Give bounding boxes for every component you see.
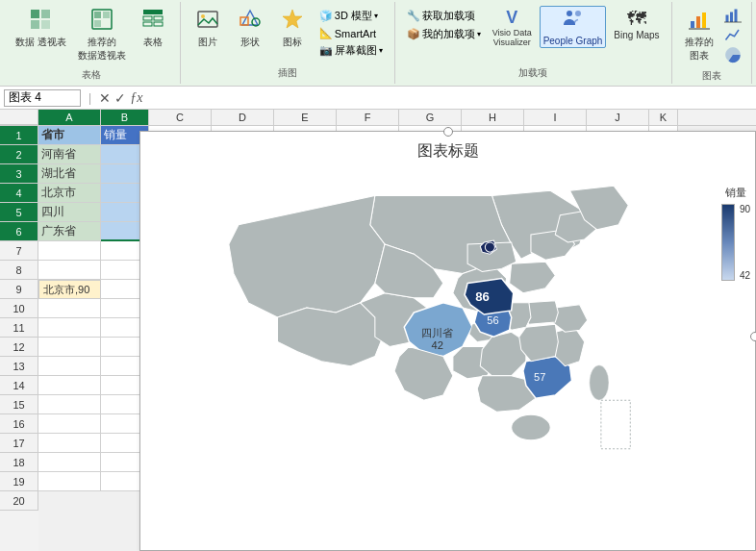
ribbon-group-table: 数据 透视表 推荐的数据透视表 表格 表格	[4, 2, 181, 84]
ribbon-group-illustration: 图片 形状 图标 🧊 3D 模型	[181, 2, 395, 84]
svg-rect-22	[696, 16, 700, 28]
pivot-table-button[interactable]: 数据 透视表	[12, 6, 70, 51]
recommended-charts-button[interactable]: 推荐的图表	[680, 6, 718, 64]
col-header-f[interactable]: F	[337, 110, 399, 125]
row-headers: 1 2 3 4 5 6 7 8 9 10 11 12 13 14 15 16 1…	[0, 126, 38, 551]
visio-button[interactable]: V Visio DataVisualizer	[489, 6, 536, 49]
bing-maps-button[interactable]: 🗺 Bing Maps	[610, 6, 663, 42]
screenshot-button[interactable]: 📷 屏幕截图 ▾	[317, 42, 385, 59]
col-header-c[interactable]: C	[149, 110, 212, 125]
cell-a10[interactable]	[38, 299, 101, 318]
col-header-k[interactable]: K	[649, 110, 678, 125]
cell-a11[interactable]	[38, 318, 101, 338]
line-chart-icon[interactable]	[724, 27, 742, 44]
svg-rect-1	[41, 10, 50, 18]
bar-chart-icon[interactable]	[724, 8, 742, 25]
my-addins-icon: 📦	[407, 28, 420, 40]
cell-a6[interactable]: 广东省	[38, 222, 101, 241]
shapes-button[interactable]: 形状	[231, 6, 269, 51]
row-header-6[interactable]: 6	[0, 222, 38, 241]
col-header-a[interactable]: A	[38, 110, 101, 125]
addins-group-label: 加载项	[518, 63, 547, 80]
screenshot-icon: 📷	[319, 44, 333, 57]
formula-separator: |	[85, 91, 95, 105]
shapes-label: 形状	[240, 36, 260, 49]
spreadsheet: A B C D E F G H I J K 1 2 3 4 5 6 7 8 9 …	[0, 110, 756, 551]
cell-a7[interactable]	[38, 241, 101, 261]
spreadsheet-body: 1 2 3 4 5 6 7 8 9 10 11 12 13 14 15 16 1…	[0, 126, 756, 551]
row-header-12[interactable]: 12	[0, 338, 38, 357]
legend-gradient	[721, 204, 735, 281]
row-header-8[interactable]: 8	[0, 261, 38, 280]
name-box[interactable]	[4, 89, 81, 107]
visio-icon: V	[506, 8, 517, 28]
row-header-3[interactable]: 3	[0, 164, 38, 184]
cell-a1[interactable]: 省市	[38, 126, 101, 145]
row-header-18[interactable]: 18	[0, 453, 38, 472]
cell-a2[interactable]: 河南省	[38, 145, 101, 164]
legend-max: 90	[740, 204, 750, 214]
row-header-11[interactable]: 11	[0, 318, 38, 338]
map-container: 四川省 42	[150, 166, 697, 537]
row-header-10[interactable]: 10	[0, 299, 38, 318]
row-header-19[interactable]: 19	[0, 472, 38, 491]
table-icon	[141, 8, 164, 36]
cell-a4[interactable]: 北京市	[38, 184, 101, 203]
col-header-g[interactable]: G	[399, 110, 462, 125]
get-addins-button[interactable]: 🔧 获取加载项	[405, 8, 483, 24]
row-header-14[interactable]: 14	[0, 376, 38, 395]
3d-model-button[interactable]: 🧊 3D 模型 ▾	[317, 8, 385, 24]
svg-rect-26	[734, 10, 737, 23]
chart-area[interactable]: 图表标题	[139, 131, 756, 551]
svg-point-35	[512, 414, 551, 439]
picture-icon	[196, 8, 219, 36]
pie-chart-icon[interactable]	[724, 46, 742, 63]
svg-rect-11	[143, 22, 152, 26]
cell-a5[interactable]: 四川	[38, 203, 101, 222]
col-header-d[interactable]: D	[212, 110, 274, 125]
row-header-9[interactable]: 9	[0, 280, 38, 299]
3d-model-icon: 🧊	[319, 10, 333, 22]
confirm-formula-icon[interactable]: ✓	[114, 90, 126, 106]
svg-rect-6	[103, 12, 110, 18]
my-addins-button[interactable]: 📦 我的加载项 ▾	[405, 26, 483, 42]
cell-a8[interactable]	[38, 261, 101, 280]
column-headers: A B C D E F G H I J K	[0, 110, 756, 126]
chart-body: 四川省 42	[140, 166, 755, 546]
svg-rect-25	[730, 13, 733, 23]
col-header-j[interactable]: J	[587, 110, 649, 125]
select-all-button[interactable]	[0, 110, 38, 125]
picture-button[interactable]: 图片	[189, 6, 227, 51]
col-header-h[interactable]: H	[462, 110, 524, 125]
row-header-4[interactable]: 4	[0, 184, 38, 203]
chart-drag-handle[interactable]	[443, 127, 453, 137]
row-header-7[interactable]: 7	[0, 241, 38, 261]
people-graph-button[interactable]: People Graph	[540, 6, 607, 48]
row-header-5[interactable]: 5	[0, 203, 38, 222]
row-header-1[interactable]: 1	[0, 126, 38, 145]
col-header-e[interactable]: E	[274, 110, 337, 125]
table-button[interactable]: 表格	[134, 6, 172, 51]
svg-rect-2	[31, 20, 39, 29]
cell-a9[interactable]: 北京市,90	[38, 280, 101, 299]
row-header-20[interactable]: 20	[0, 491, 38, 511]
col-header-b[interactable]: B	[101, 110, 149, 125]
row-header-16[interactable]: 16	[0, 414, 38, 434]
smartart-button[interactable]: 📐 SmartArt	[317, 26, 385, 40]
icons-icon	[281, 8, 304, 36]
icons-button[interactable]: 图标	[273, 6, 312, 51]
svg-point-19	[567, 11, 572, 16]
svg-point-14	[201, 14, 205, 18]
row-header-17[interactable]: 17	[0, 434, 38, 453]
recommended-pivot-button[interactable]: 推荐的数据透视表	[74, 6, 130, 64]
formula-input[interactable]	[146, 91, 752, 105]
row-header-15[interactable]: 15	[0, 395, 38, 414]
bing-maps-icon: 🗺	[627, 8, 646, 30]
cancel-formula-icon[interactable]: ✕	[99, 90, 111, 106]
row-header-13[interactable]: 13	[0, 357, 38, 376]
col-header-i[interactable]: I	[524, 110, 587, 125]
function-icon[interactable]: ƒx	[130, 90, 142, 106]
cell-a3[interactable]: 湖北省	[38, 164, 101, 184]
people-graph-icon	[562, 8, 585, 36]
row-header-2[interactable]: 2	[0, 145, 38, 164]
